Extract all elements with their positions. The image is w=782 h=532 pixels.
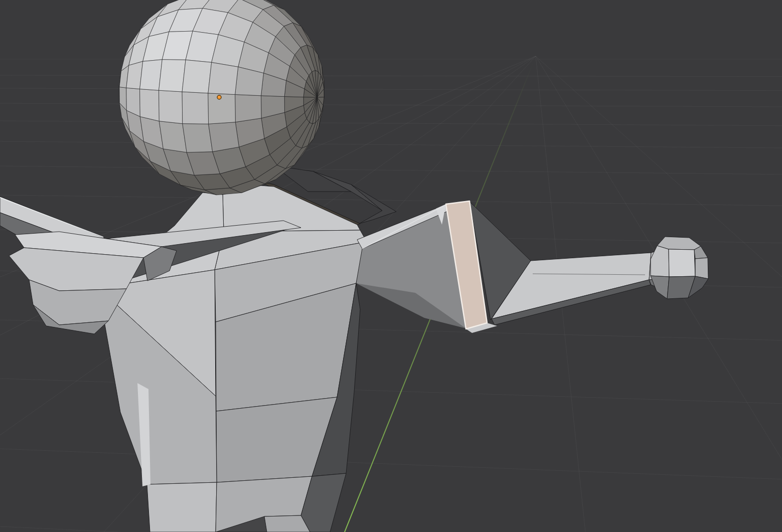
grid-line-x	[0, 449, 782, 479]
head-face[interactable]	[140, 60, 163, 90]
head-face[interactable]	[159, 90, 183, 123]
head-face[interactable]	[182, 92, 209, 124]
head-face[interactable]	[235, 95, 261, 122]
head-face[interactable]	[183, 124, 213, 152]
head-face[interactable]	[140, 89, 160, 121]
mesh-face-hand-facet-bottom-left[interactable]	[651, 276, 669, 299]
selected-vertex[interactable]	[217, 95, 221, 99]
head-face[interactable]	[208, 62, 238, 94]
mesh-face-hand-facet-mid-center[interactable]	[669, 249, 695, 277]
grid-line-x	[0, 103, 782, 107]
grid-line-x	[0, 195, 782, 206]
grid-line-x	[0, 121, 782, 126]
grid-line-x	[0, 88, 782, 91]
head-face[interactable]	[159, 121, 187, 152]
head-face[interactable]	[208, 93, 235, 124]
mesh-face-hand-facet-mid-left[interactable]	[651, 246, 669, 277]
head-face[interactable]	[182, 60, 212, 93]
mesh-face-left-leg[interactable]	[147, 482, 217, 532]
grid-line-x	[0, 75, 782, 77]
head-face[interactable]	[209, 122, 239, 152]
head-face[interactable]	[159, 60, 186, 92]
head-sphere[interactable]	[119, 0, 324, 195]
blender-3d-viewport[interactable]	[0, 0, 782, 532]
grid-line-x	[0, 166, 782, 174]
viewport-canvas[interactable]	[0, 0, 782, 532]
character-mesh[interactable]	[0, 165, 708, 532]
grid-line-x	[0, 141, 782, 148]
grid-line-x	[0, 526, 782, 532]
mesh-face-hand-facet-mid-right[interactable]	[695, 258, 708, 279]
